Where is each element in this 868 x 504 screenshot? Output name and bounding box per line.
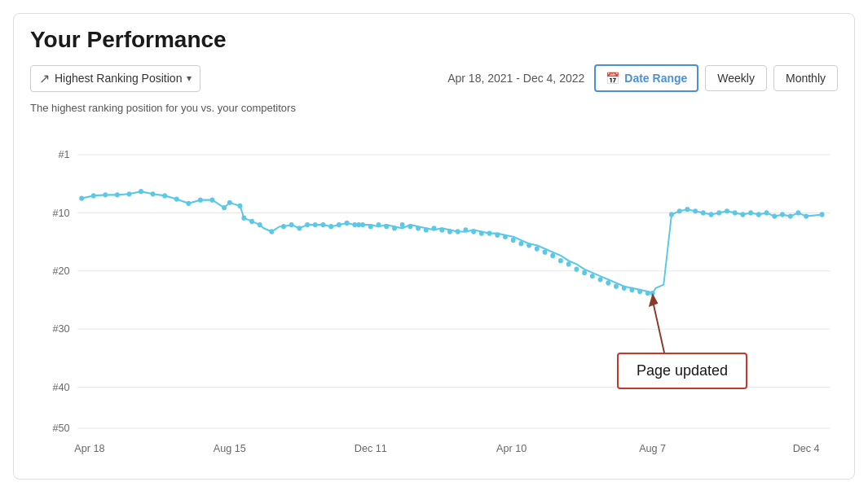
svg-point-52 <box>392 226 397 230</box>
svg-point-76 <box>582 270 587 275</box>
svg-point-34 <box>249 219 254 224</box>
svg-point-79 <box>606 280 610 285</box>
date-range-button[interactable]: 📅 Date Range <box>594 64 698 92</box>
svg-text:#30: #30 <box>53 322 70 335</box>
svg-point-41 <box>313 222 318 227</box>
svg-point-35 <box>258 222 262 227</box>
svg-point-36 <box>269 229 274 234</box>
svg-point-74 <box>566 261 571 266</box>
svg-point-89 <box>693 208 698 213</box>
metric-label: Highest Ranking Position <box>55 72 182 85</box>
svg-point-80 <box>614 284 619 289</box>
svg-point-72 <box>550 253 555 258</box>
page-updated-annotation: Page updated <box>617 353 747 389</box>
svg-point-60 <box>456 229 460 234</box>
svg-point-37 <box>281 224 286 229</box>
svg-point-90 <box>701 210 706 215</box>
toolbar: ↗ Highest Ranking Position ▾ Apr 18, 202… <box>30 64 838 92</box>
svg-point-82 <box>629 287 634 292</box>
calendar-icon: 📅 <box>606 72 619 85</box>
svg-point-23 <box>139 189 143 194</box>
metric-selector-button[interactable]: ↗ Highest Ranking Position ▾ <box>30 65 200 92</box>
date-range-btn-label: Date Range <box>624 72 687 85</box>
date-range-label: Apr 18, 2021 - Dec 4, 2022 <box>447 72 584 85</box>
svg-point-78 <box>598 277 603 282</box>
svg-point-68 <box>518 241 523 246</box>
svg-point-81 <box>622 286 627 291</box>
svg-text:#1: #1 <box>59 148 70 161</box>
svg-point-26 <box>174 196 179 201</box>
svg-point-18 <box>79 195 84 200</box>
svg-point-94 <box>733 210 738 215</box>
svg-point-22 <box>127 191 132 196</box>
svg-point-71 <box>543 250 548 255</box>
svg-point-25 <box>162 193 167 198</box>
chevron-down-icon: ▾ <box>187 72 192 84</box>
svg-point-30 <box>222 205 227 210</box>
svg-point-48 <box>360 222 365 227</box>
performance-card: Your Performance ↗ Highest Ranking Posit… <box>13 13 855 480</box>
chart-container: #1 #10 #20 #30 #40 #50 Apr 18 Aug 15 Dec… <box>30 121 838 462</box>
svg-point-27 <box>186 201 191 206</box>
svg-point-104 <box>820 212 825 217</box>
svg-point-95 <box>740 212 745 217</box>
svg-marker-106 <box>649 293 659 307</box>
annotation-label: Page updated <box>637 362 728 379</box>
svg-point-70 <box>535 246 540 251</box>
svg-point-99 <box>772 213 777 218</box>
performance-chart: #1 #10 #20 #30 #40 #50 Apr 18 Aug 15 Dec… <box>30 121 838 462</box>
svg-point-103 <box>804 213 809 218</box>
toolbar-right: Apr 18, 2021 - Dec 4, 2022 📅 Date Range … <box>447 64 838 92</box>
svg-point-97 <box>756 212 761 217</box>
svg-point-87 <box>677 208 682 213</box>
svg-point-20 <box>103 192 108 197</box>
chart-icon: ↗ <box>39 71 50 86</box>
svg-point-84 <box>645 291 650 296</box>
svg-point-61 <box>463 227 468 232</box>
svg-point-64 <box>487 230 492 235</box>
svg-point-92 <box>716 210 721 215</box>
svg-point-58 <box>439 227 444 232</box>
svg-point-33 <box>241 216 246 221</box>
svg-point-59 <box>447 229 452 234</box>
svg-point-86 <box>669 212 674 217</box>
svg-point-28 <box>198 198 203 203</box>
svg-point-51 <box>384 224 389 229</box>
svg-point-53 <box>400 222 405 227</box>
svg-point-100 <box>780 212 785 217</box>
svg-point-29 <box>210 198 215 203</box>
svg-point-54 <box>408 224 412 229</box>
svg-point-98 <box>764 210 769 215</box>
svg-text:#10: #10 <box>53 206 70 219</box>
svg-point-83 <box>637 289 642 294</box>
svg-point-93 <box>725 208 729 213</box>
svg-text:Aug 15: Aug 15 <box>214 442 246 455</box>
svg-text:Dec 4: Dec 4 <box>793 442 820 455</box>
svg-point-42 <box>321 222 326 227</box>
svg-point-62 <box>471 229 476 234</box>
svg-point-101 <box>788 213 793 218</box>
svg-point-63 <box>479 230 484 235</box>
svg-point-96 <box>748 210 753 215</box>
svg-point-102 <box>796 210 801 215</box>
svg-text:#40: #40 <box>53 380 70 393</box>
monthly-button[interactable]: Monthly <box>773 65 838 91</box>
svg-text:Apr 10: Apr 10 <box>496 442 527 455</box>
svg-point-69 <box>527 243 531 248</box>
svg-point-65 <box>495 233 500 238</box>
svg-point-39 <box>297 226 302 230</box>
svg-point-50 <box>377 222 381 227</box>
svg-text:#50: #50 <box>53 422 70 435</box>
svg-point-91 <box>709 212 714 217</box>
svg-point-19 <box>91 193 96 198</box>
svg-point-38 <box>289 222 294 227</box>
svg-text:Aug 7: Aug 7 <box>639 442 666 455</box>
weekly-button[interactable]: Weekly <box>705 65 767 91</box>
svg-point-21 <box>115 192 120 197</box>
svg-point-45 <box>345 221 350 226</box>
svg-point-56 <box>424 227 429 232</box>
svg-point-43 <box>328 224 333 229</box>
chart-subtitle: The highest ranking position for you vs.… <box>30 102 838 114</box>
svg-point-55 <box>416 226 421 230</box>
svg-point-49 <box>368 224 373 229</box>
